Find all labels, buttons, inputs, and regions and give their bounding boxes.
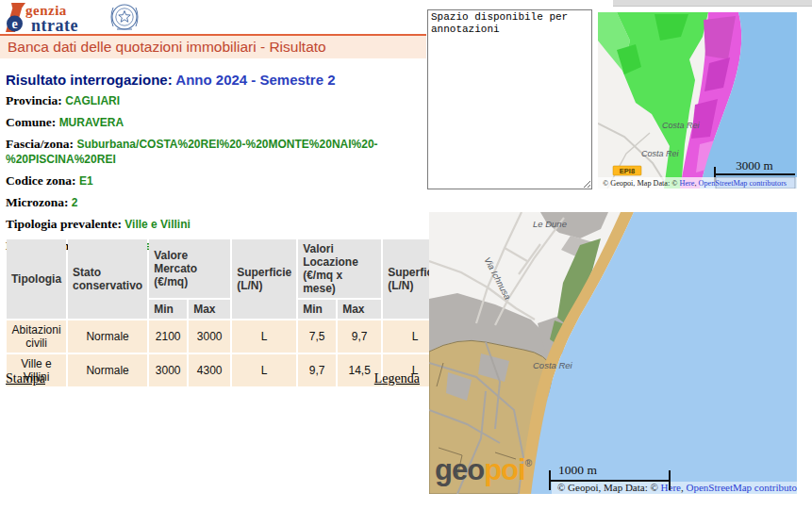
field-label: Fascia/zona: — [6, 137, 74, 151]
detail-map[interactable]: Le Dune Via Ichnusa Costa Rei geopoi® © … — [429, 212, 797, 494]
result-heading-label: Risultato interrogazione: — [6, 72, 173, 88]
page-title-bar: Banca dati delle quotazioni immobiliari … — [0, 34, 426, 58]
map-label-le-dune: Le Dune — [533, 219, 567, 229]
agenzia-entrate-mark-icon: e genzia ntrate — [6, 3, 78, 35]
col-header-valori-locazione: Valori Locazione (€/mq x mese) — [298, 239, 381, 298]
cell-stato: Normale — [68, 320, 147, 353]
result-heading-value: Anno 2024 - Semestre 2 — [175, 72, 335, 88]
svg-text:ntrate: ntrate — [31, 16, 78, 35]
col-header-stato-conservativo: Stato conservativo — [68, 239, 147, 319]
geopoi-logo-geo: geo — [435, 453, 484, 486]
svg-text:© Geopoi, Map Data: © Here, Op: © Geopoi, Map Data: © Here, OpenStreetMa… — [603, 179, 787, 188]
svg-text:e: e — [11, 17, 17, 31]
col-header-superficie-1: Superficie (L/N) — [232, 239, 296, 319]
cell-locazione-max: 9,7 — [338, 320, 381, 353]
col-header-min-1: Min — [149, 300, 187, 319]
attribution-text: © Geopoi, Map Data: © — [557, 482, 661, 493]
scale-label: 3000 m — [736, 158, 772, 172]
quotations-table: Tipologia Stato conservativo Valore Merc… — [5, 238, 449, 388]
field-value: E1 — [79, 174, 93, 188]
col-header-tipologia: Tipologia — [7, 239, 66, 319]
footer-links: Stampa Legenda — [0, 371, 426, 386]
result-info: Risultato interrogazione: Anno 2024 - Se… — [6, 73, 426, 260]
field-tipologia-prevalente: Tipologia prevalente: Ville e Villini — [6, 217, 426, 232]
map-label-costa-rei: Costa Rei — [662, 121, 701, 130]
cell-tipologia: Abitazioni civili — [7, 320, 66, 353]
here-link[interactable]: Here — [661, 482, 681, 493]
col-header-min-2: Min — [298, 300, 336, 319]
attribution-text: © Geopoi, Map Data: © — [603, 179, 680, 188]
col-header-valore-mercato: Valore Mercato (€/mq) — [149, 239, 230, 298]
top-edge-strip — [613, 0, 812, 7]
field-label: Codice zona: — [6, 173, 76, 188]
field-label: Comune: — [6, 115, 56, 129]
map-label-costa-rei: Costa Rei — [533, 360, 573, 370]
svg-text:© Geopoi, Map Data: © Here, Op: © Geopoi, Map Data: © Here, OpenStreetMa… — [557, 482, 797, 493]
agenzia-entrate-logo: e genzia ntrate — [4, 1, 155, 35]
svg-text:EPI8: EPI8 — [620, 167, 635, 175]
geopoi-logo-poi: poi — [484, 453, 525, 486]
here-link[interactable]: Here — [680, 179, 695, 188]
cell-superficie-1: L — [232, 320, 296, 353]
col-header-max-2: Max — [338, 300, 381, 319]
field-label: Provincia: — [6, 93, 62, 107]
field-microzona: Microzona: 2 — [6, 195, 426, 210]
field-value: Ville e Villini — [124, 218, 191, 231]
field-value: 2 — [72, 196, 78, 209]
col-header-max-1: Max — [189, 300, 230, 319]
osm-link[interactable]: OpenStreetMap contributors — [686, 482, 797, 493]
result-heading: Risultato interrogazione: Anno 2024 - Se… — [6, 73, 426, 87]
cell-mercato-max: 3000 — [189, 320, 230, 353]
map-attribution: © Geopoi, Map Data: © Here, OpenStreetMa… — [598, 177, 797, 189]
map-attribution: © Geopoi, Map Data: © Here, OpenStreetMa… — [552, 482, 797, 494]
table-row: Abitazioni civili Normale 2100 3000 L 7,… — [7, 320, 447, 353]
annotations-textarea[interactable]: Spazio disponibile per annotazioni — [427, 9, 592, 189]
zone-badge: EPI8 — [613, 166, 641, 175]
legenda-link[interactable]: Legenda — [374, 371, 420, 386]
osm-link[interactable]: OpenStreetMap contributors — [699, 179, 787, 188]
field-comune: Comune: MURAVERA — [6, 115, 426, 130]
field-fascia-zona: Fascia/zona: Suburbana/COSTA%20REI%20-%2… — [6, 137, 426, 167]
scale-label: 1000 m — [558, 463, 597, 477]
field-codice-zona: Codice zona: E1 — [6, 173, 426, 189]
svg-text:geopoi®: geopoi® — [435, 453, 533, 486]
page-title: Banca dati delle quotazioni immobiliari … — [8, 39, 326, 55]
republic-emblem-icon — [111, 5, 138, 29]
field-value: MURAVERA — [59, 116, 124, 129]
cell-mercato-min: 2100 — [149, 320, 187, 353]
field-label: Tipologia prevalente: — [6, 217, 122, 231]
field-provincia: Provincia: CAGLIARI — [6, 93, 426, 108]
field-label: Microzona: — [6, 195, 68, 209]
geopoi-logo: geopoi® — [435, 453, 533, 486]
cell-locazione-min: 7,5 — [298, 320, 336, 353]
field-value: CAGLIARI — [65, 94, 120, 107]
overview-map[interactable]: Costa Rei Costa Rei EPI8 3000 m © Geopoi… — [598, 12, 797, 189]
stampa-link[interactable]: Stampa — [6, 371, 45, 386]
map-label-costa-rei: Costa Rei — [641, 149, 680, 158]
